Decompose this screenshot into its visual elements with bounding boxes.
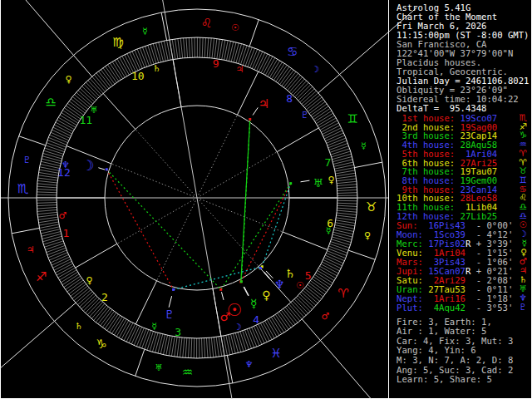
house-number-5: 5	[305, 269, 312, 282]
planet-uranus-glyph: ♅	[313, 176, 324, 190]
cusp-spoke-8	[200, 152, 277, 196]
planet-mars-marker	[219, 288, 222, 291]
house-ruler-12-neptune-icon: ♆	[62, 160, 70, 170]
pointer-5	[253, 107, 258, 115]
house-ruler-4-moon-icon: ☽	[234, 322, 242, 332]
cardinal-line-2	[7, 0, 74, 55]
house-ruler-6-mercury-icon: ☿	[326, 225, 332, 236]
cusp-segment-11	[103, 93, 135, 129]
sign-ruler-cancer-moon-icon: ☽	[311, 64, 319, 75]
sign-glyph-cancer: ♋	[287, 44, 298, 59]
stat-line-text: Yang: 4, Yin: 6	[397, 345, 476, 355]
house-number-8: 8	[286, 92, 293, 105]
house-number-2: 2	[101, 291, 108, 303]
aspect-line-saturn-uranus	[262, 184, 290, 267]
sign-boundary-7	[19, 136, 46, 145]
stat-line-text: Car: 4, Fix: 3, Mut: 3	[397, 336, 513, 346]
pointer-4	[221, 292, 224, 300]
pointer-0	[244, 287, 249, 296]
sign-glyph-aquarius: ♒	[182, 365, 193, 380]
sign-ruler-pisces-neptune-icon: ♆	[245, 359, 254, 370]
sign-glyph-capricorn: ♑	[96, 337, 107, 352]
planet-mercury-glyph: ☿	[250, 297, 258, 310]
sign-ruler-virgo-mercury-icon: ☿	[142, 26, 148, 37]
planet-mars-glyph: ♂	[220, 310, 231, 323]
stat-line-4: M: 3, N: 7, A: 2, D: 8	[397, 356, 530, 365]
stat-line-1: Air : 1, Water: 5	[397, 327, 530, 336]
planet-row-pluto: Plut: 4Aqu42 - 3°53'♇	[397, 303, 530, 313]
sign-glyph-aries: ♈	[337, 286, 348, 301]
sign-glyph-libra: ♎	[45, 95, 56, 110]
sign-boundary-4	[249, 20, 259, 47]
stat-line-text: Fire: 3, Earth: 1,	[397, 317, 492, 327]
planet-neptune-glyph: ♆	[274, 278, 285, 291]
planet-value: 4Aqu42	[428, 303, 466, 313]
sign-ruler-aquarius-uranus-icon: ♅	[155, 362, 163, 373]
sign-boundary-9	[54, 303, 76, 321]
pointer-7	[301, 180, 310, 182]
stat-line-0: Fire: 3, Earth: 1,	[397, 318, 530, 327]
stat-line-5: Ang: 5, Suc: 3, Cad: 2	[397, 366, 530, 375]
cusp-spoke-3	[157, 201, 196, 281]
pointer-6	[266, 271, 273, 278]
planet-neptune-marker	[259, 267, 262, 269]
house-ruler-9-jupiter-icon: ♃	[236, 64, 244, 75]
stat-line-3: Yang: 4, Yin: 6	[397, 346, 530, 355]
sign-glyph-sagittarius: ♐	[36, 269, 47, 284]
sign-ruler-leo-sun-icon: ☉	[231, 22, 239, 33]
planet-venus-glyph: ♀	[262, 288, 270, 302]
sign-ruler-sagittarius-jupiter-icon: ♃	[27, 244, 35, 255]
house-number-3: 3	[175, 326, 181, 338]
house-number-7: 7	[325, 156, 332, 169]
sign-ruler-scorpio-pluto-icon: ♇	[22, 155, 31, 165]
cusp-segment-6	[283, 232, 328, 249]
planet-moon-glyph: ☽	[81, 157, 94, 174]
house-ruler-7-venus-icon: ♀	[328, 175, 335, 185]
pointer-2	[244, 287, 249, 296]
sign-glyph-scorpio: ♏	[17, 181, 29, 196]
sign-boundary-6	[73, 55, 91, 76]
house-number-1: 1	[63, 227, 70, 239]
sign-boundary-2	[355, 162, 382, 167]
sign-ruler-libra-venus-icon: ♀	[65, 74, 71, 85]
planet-pluto-glyph: ♇	[165, 308, 175, 321]
sign-boundary-3	[318, 74, 340, 92]
planet-uranus-marker	[289, 182, 292, 185]
sign-glyph-gemini: ♊	[347, 111, 358, 126]
stat-line-6: Learn: 5, Share: 5	[397, 375, 530, 384]
planet-pluto-marker	[172, 288, 175, 291]
info-line-11: DeltaT = 95.4348	[397, 104, 530, 113]
house-ruler-5-sun-icon: ☉	[296, 280, 304, 291]
sign-ruler-gemini-mercury-icon: ☿	[361, 140, 367, 151]
cusp-segment-10	[173, 59, 181, 106]
cusp-segment-8	[277, 128, 318, 152]
sign-glyph-leo: ♌	[201, 16, 212, 31]
sign-boundary-8	[12, 228, 39, 233]
sign-glyph-taurus: ♉	[366, 200, 377, 214]
pointer-1	[98, 168, 105, 170]
pointer-9	[169, 296, 171, 308]
house-ruler-3-mercury-icon: ☿	[151, 321, 157, 332]
sign-boundary-1	[348, 250, 375, 259]
pointer-8	[264, 272, 270, 278]
house-label: 12th house:	[397, 211, 461, 221]
aspect-line-moon-pluto	[106, 170, 173, 290]
house-ruler-8-pluto-icon: ♇	[301, 110, 309, 121]
planet-moon-marker	[106, 168, 108, 170]
house-number-11: 11	[79, 114, 92, 126]
house-ruler-10-saturn-icon: ♄	[152, 63, 160, 74]
aspect-line-pluto-saturn	[174, 267, 263, 290]
sign-ruler-taurus-venus-icon: ♀	[364, 230, 371, 241]
sign-boundary-10	[135, 349, 145, 376]
house-number-4: 4	[253, 313, 259, 326]
house-value: 27Lib25	[461, 211, 498, 221]
planet-jupiter-glyph: ♃	[259, 96, 269, 111]
sign-glyph-pisces: ♓	[270, 346, 281, 361]
stat-line-2: Car: 4, Fix: 3, Mut: 3	[397, 337, 530, 346]
sign-ruler-aries-mars-icon: ♂	[322, 311, 330, 322]
house-ruler-11-uranus-icon: ♅	[90, 105, 98, 116]
stat-line-text: M: 3, N: 7, A: 2, D: 8	[397, 355, 513, 365]
stat-line-text: Air : 1, Water: 5	[397, 326, 486, 336]
cardinal-line-0	[321, 341, 388, 399]
info-panel: Astrolog 5.41GChart of the MomentFri Mar…	[397, 0, 530, 399]
